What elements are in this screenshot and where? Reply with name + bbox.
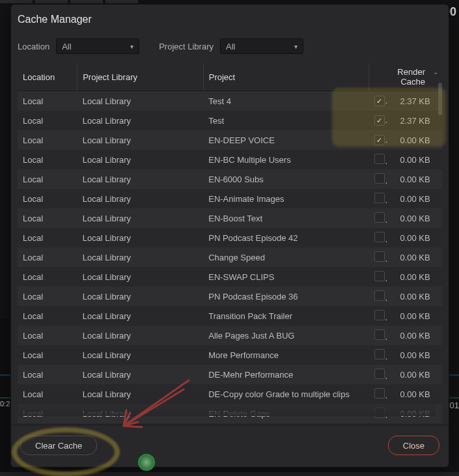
cell-project: EN-Delete Gaps: [203, 404, 369, 423]
table-row[interactable]: LocalLocal LibraryDE-Copy color Grade to…: [18, 384, 442, 404]
cache-table: Location Project Library Project Render …: [18, 63, 442, 425]
cell-project: EN-Animate Images: [203, 189, 369, 208]
cell-spacer: [434, 208, 442, 228]
table-row[interactable]: LocalLocal LibraryEN-BC Multiple Users0.…: [18, 150, 442, 169]
cell-render-size: 0.00 KB: [387, 247, 434, 267]
close-button[interactable]: Close: [388, 436, 439, 455]
cell-location: Local: [18, 111, 77, 130]
cell-render-checkbox: [369, 404, 388, 423]
table-row[interactable]: LocalLocal LibraryEN-SWAP CLIPS0.00 KB: [18, 267, 442, 287]
filter-location-value: All: [62, 42, 71, 51]
cell-project: Test 4: [203, 91, 369, 111]
cell-library: Local Library: [77, 306, 204, 326]
cell-location: Local: [18, 150, 77, 169]
table-row[interactable]: LocalLocal LibraryEN-6000 Subs0.00 KB: [18, 169, 442, 189]
table-row[interactable]: LocalLocal LibraryEN-UPDATE 18.50.00 KB: [18, 423, 442, 425]
render-cache-checkbox[interactable]: [374, 173, 385, 184]
render-cache-checkbox[interactable]: [374, 135, 385, 145]
filter-library-label: Project Library: [159, 42, 214, 51]
filter-location-dropdown[interactable]: All ▾: [56, 38, 139, 54]
render-cache-checkbox[interactable]: [374, 271, 385, 281]
render-cache-checkbox[interactable]: [374, 369, 385, 379]
dialog-title: Cache Manager: [11, 5, 449, 33]
render-cache-checkbox[interactable]: [374, 154, 385, 164]
col-location[interactable]: Location: [18, 63, 77, 91]
cell-project: EN-6000 Subs: [203, 169, 369, 189]
cell-render-checkbox: [369, 91, 388, 111]
cell-project: DE-Copy color Grade to multiple clips: [203, 384, 369, 404]
col-project[interactable]: Project: [203, 63, 369, 91]
cell-library: Local Library: [77, 365, 204, 384]
cell-library: Local Library: [77, 247, 204, 267]
render-cache-checkbox[interactable]: [374, 388, 385, 399]
col-library[interactable]: Project Library: [77, 63, 204, 91]
cell-render-size: 0.00 KB: [387, 150, 434, 169]
dialog-footer: Clear Cache Close: [11, 425, 449, 467]
cell-render-checkbox: [369, 365, 388, 384]
cell-location: Local: [18, 267, 77, 287]
render-cache-checkbox[interactable]: [374, 193, 385, 203]
cache-table-scroll[interactable]: Location Project Library Project Render …: [18, 63, 442, 425]
clear-cache-button[interactable]: Clear Cache: [20, 436, 97, 455]
cell-library: Local Library: [77, 150, 204, 169]
cell-render-size: 0.00 KB: [387, 208, 434, 228]
cell-render-size: 0.00 KB: [387, 267, 434, 287]
render-cache-checkbox[interactable]: [374, 290, 385, 301]
cell-render-checkbox: [369, 130, 388, 150]
table-row[interactable]: LocalLocal LibraryPN Podcast Episode 420…: [18, 228, 442, 247]
render-cache-checkbox[interactable]: [374, 329, 385, 340]
cell-location: Local: [18, 91, 77, 111]
cell-project: Change Speed: [203, 247, 369, 267]
cell-library: Local Library: [77, 228, 204, 247]
cache-manager-dialog: Cache Manager Location All ▾ Project Lib…: [10, 4, 449, 468]
render-cache-checkbox[interactable]: [374, 232, 385, 242]
table-row[interactable]: LocalLocal LibraryEN-DEEP VOICE0.00 KB: [18, 130, 442, 150]
cell-library: Local Library: [77, 208, 204, 228]
cell-render-size: 0.00 KB: [387, 423, 434, 425]
table-row[interactable]: LocalLocal LibraryChange Speed0.00 KB: [18, 247, 442, 267]
table-row[interactable]: LocalLocal LibraryEN-Boost Text0.00 KB: [18, 208, 442, 228]
table-row[interactable]: LocalLocal LibraryEN-Animate Images0.00 …: [18, 189, 442, 208]
cell-render-size: 0.00 KB: [387, 228, 434, 247]
table-row[interactable]: LocalLocal LibraryPN Podcast Episode 360…: [18, 287, 442, 306]
render-cache-checkbox[interactable]: [374, 310, 385, 320]
cell-library: Local Library: [77, 287, 204, 306]
cell-location: Local: [18, 423, 77, 425]
table-row[interactable]: LocalLocal LibraryTest2.37 KB: [18, 111, 442, 130]
table-row[interactable]: LocalLocal LibraryEN-Delete Gaps0.00 KB: [18, 404, 442, 423]
filter-library-dropdown[interactable]: All ▾: [220, 38, 303, 54]
col-render-cache[interactable]: Render Cache ⌄: [369, 63, 442, 91]
cell-project: Alle Pages Just A BUG: [203, 326, 369, 345]
cell-spacer: [434, 150, 442, 169]
table-row[interactable]: LocalLocal LibraryDE-Mehr Performance0.0…: [18, 365, 442, 384]
render-cache-checkbox[interactable]: [374, 251, 385, 262]
chevron-down-icon: ⌄: [433, 68, 438, 76]
table-row[interactable]: LocalLocal LibraryTransition Pack Traile…: [18, 306, 442, 326]
cell-project: More Performance: [203, 345, 369, 365]
cell-library: Local Library: [77, 326, 204, 345]
table-row[interactable]: LocalLocal LibraryMore Performance0.00 K…: [18, 345, 442, 365]
cell-location: Local: [18, 306, 77, 326]
cell-spacer: [434, 287, 442, 306]
cell-library: Local Library: [77, 267, 204, 287]
bg-timecode-right: 01: [450, 400, 459, 410]
cell-spacer: [434, 326, 442, 345]
render-cache-checkbox[interactable]: [374, 115, 385, 126]
cell-render-size: 0.00 KB: [387, 345, 434, 365]
cell-render-size: 2.37 KB: [387, 91, 434, 111]
scrollbar-thumb[interactable]: [438, 83, 442, 115]
cell-spacer: [434, 306, 442, 326]
cell-library: Local Library: [77, 169, 204, 189]
cell-library: Local Library: [77, 345, 204, 365]
render-cache-checkbox[interactable]: [374, 408, 385, 418]
cell-spacer: [434, 423, 442, 425]
filter-row: Location All ▾ Project Library All ▾: [11, 33, 449, 63]
table-row[interactable]: LocalLocal LibraryAlle Pages Just A BUG0…: [18, 326, 442, 345]
cell-spacer: [434, 169, 442, 189]
cell-project: Test: [203, 111, 369, 130]
render-cache-checkbox[interactable]: [374, 212, 385, 223]
render-cache-checkbox[interactable]: [374, 349, 385, 359]
table-row[interactable]: LocalLocal LibraryTest 42.37 KB: [18, 91, 442, 111]
cell-render-checkbox: [369, 208, 388, 228]
render-cache-checkbox[interactable]: [374, 96, 385, 106]
